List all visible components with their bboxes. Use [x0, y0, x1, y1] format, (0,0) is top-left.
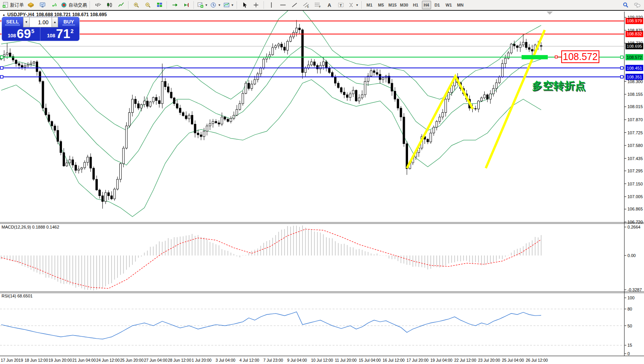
sell-price[interactable]: 108 69 5: [2, 27, 40, 41]
tile-windows-button[interactable]: [154, 1, 165, 9]
new-chart-icon: [197, 2, 204, 8]
channel-tool[interactable]: E: [301, 1, 312, 9]
price-text-label[interactable]: 108.572: [561, 50, 599, 63]
candlesticks: [0, 20, 542, 209]
symbol-title: USDJPY-,H4: [7, 12, 34, 17]
timeframe-d1[interactable]: D1: [432, 1, 443, 9]
label-icon: T: [338, 2, 344, 8]
svg-text:106.720: 106.720: [627, 220, 643, 224]
horizontal-line-tool[interactable]: [278, 1, 289, 9]
timeframe-w1[interactable]: W1: [443, 1, 454, 9]
timeframe-m1[interactable]: M1: [364, 1, 375, 9]
chart-canvas[interactable]: 108.695108.979108.832108.572108.451108.3…: [0, 0, 644, 364]
toolbar-separator: [361, 1, 362, 9]
svg-text:F: F: [319, 5, 321, 8]
template-dropdown[interactable]: ▼: [222, 1, 235, 9]
zoom-in-button[interactable]: [131, 1, 142, 9]
monitor-icon: [39, 2, 46, 8]
tile-windows-icon: [156, 2, 163, 8]
vertical-line-icon: [268, 2, 275, 8]
svg-text:108.351: 108.351: [627, 75, 642, 79]
candlestick-icon: [106, 2, 113, 8]
drawn-objects[interactable]: [407, 30, 561, 168]
timeframe-mn[interactable]: MN: [455, 1, 466, 9]
volume-input[interactable]: 1.00: [30, 17, 52, 27]
search-button[interactable]: [620, 1, 631, 9]
svg-text:18 Jun 12:00: 18 Jun 12:00: [25, 358, 48, 362]
dropdown-arrow-icon: ▼: [205, 3, 208, 7]
svg-text:21 Jun 04:00: 21 Jun 04:00: [72, 358, 96, 362]
bar-chart-button[interactable]: [92, 1, 103, 9]
volume-increase-button[interactable]: ▲: [52, 17, 58, 27]
chat-button[interactable]: [632, 1, 642, 9]
svg-text:0: 0: [627, 351, 630, 356]
terminal-button[interactable]: [37, 1, 48, 9]
one-click-trading-panel: SELL ▼ 1.00 ▲ BUY 108 69 5 108 71 2: [2, 17, 79, 41]
trendline-tool[interactable]: [289, 1, 300, 9]
timeframe-h1[interactable]: H1: [410, 1, 421, 9]
buy-price[interactable]: 108 71 2: [41, 27, 79, 41]
down-arrow-icon: ▼: [25, 20, 28, 24]
text-tool[interactable]: A: [324, 1, 335, 9]
zoom-out-button[interactable]: [142, 1, 153, 9]
autotrading-icon: [61, 2, 67, 8]
period-dropdown[interactable]: ▼: [209, 1, 222, 9]
toolbar: 新订单 自动交易 ▼ ▼ ▼: [0, 0, 644, 11]
dropdown-arrow-icon: ▼: [356, 3, 359, 7]
svg-text:107.005: 107.005: [627, 194, 643, 199]
metaquotes-button[interactable]: [25, 1, 36, 9]
svg-text:15 Jul 04:00: 15 Jul 04:00: [359, 358, 381, 362]
label-anchor-handle: [555, 56, 557, 58]
dropdown-arrow-icon: ▼: [231, 3, 234, 7]
svg-text:108.015: 108.015: [627, 104, 643, 109]
fibonacci-tool[interactable]: F: [313, 1, 323, 9]
svg-text:1 Jul 20:00: 1 Jul 20:00: [192, 358, 212, 362]
fibonacci-icon: F: [314, 2, 321, 8]
svg-text:22 Jul 12:00: 22 Jul 12:00: [454, 358, 476, 362]
turning-point-note[interactable]: 多空转折点: [532, 79, 586, 93]
buy-price-prefix: 108: [47, 33, 55, 38]
new-order-icon: [2, 2, 9, 8]
template-icon: [223, 2, 230, 8]
trendline-icon: [291, 2, 298, 8]
svg-text:109.020: 109.020: [627, 15, 643, 20]
timeframe-h4[interactable]: H4: [422, 1, 431, 9]
volume-decrease-button[interactable]: ▼: [23, 17, 30, 27]
svg-text:108.451: 108.451: [627, 66, 642, 70]
text-label-tool[interactable]: T: [336, 1, 346, 9]
svg-text:10 Jul 12:00: 10 Jul 12:00: [311, 358, 333, 362]
svg-text:108.730: 108.730: [627, 41, 643, 45]
symbol-collapse-icon[interactable]: ▲: [2, 13, 5, 17]
auto-scroll-button[interactable]: [169, 1, 180, 9]
signal-icon: [51, 2, 57, 8]
svg-text:106.865: 106.865: [627, 207, 643, 211]
buy-button[interactable]: BUY: [58, 17, 79, 27]
autotrading-button[interactable]: 自动交易: [60, 1, 88, 9]
new-chart-dropdown[interactable]: ▼: [196, 1, 209, 9]
svg-text:107.725: 107.725: [627, 130, 643, 135]
search-icon: [622, 2, 629, 8]
chart-shift-marker[interactable]: [547, 12, 553, 15]
svg-text:50: 50: [627, 324, 632, 328]
autotrading-label: 自动交易: [69, 2, 87, 8]
sell-price-prefix: 108: [8, 33, 16, 38]
vertical-line-tool[interactable]: [266, 1, 277, 9]
chart-shift-button[interactable]: [181, 1, 192, 9]
line-chart-button[interactable]: [115, 1, 126, 9]
current-price-line: 108.695: [0, 43, 643, 49]
svg-text:107.150: 107.150: [627, 182, 643, 186]
cursor-tool-button[interactable]: [239, 1, 250, 9]
timeframe-m15[interactable]: M15: [387, 1, 398, 9]
svg-text:108.155: 108.155: [627, 92, 643, 97]
sell-button[interactable]: SELL: [2, 17, 23, 27]
buy-price-pip: 2: [70, 28, 74, 34]
timeframe-m30[interactable]: M30: [399, 1, 410, 9]
arrows-dropdown[interactable]: ▼: [347, 1, 360, 9]
ohlc-readout: 108.688 108.721 108.671 108.695: [36, 12, 107, 17]
candle-chart-button[interactable]: [104, 1, 115, 9]
macd-signal-line: [1, 229, 541, 289]
crosshair-tool-button[interactable]: [251, 1, 262, 9]
new-order-button[interactable]: 新订单: [2, 1, 25, 9]
signals-button[interactable]: [49, 1, 59, 9]
timeframe-m5[interactable]: M5: [376, 1, 386, 9]
